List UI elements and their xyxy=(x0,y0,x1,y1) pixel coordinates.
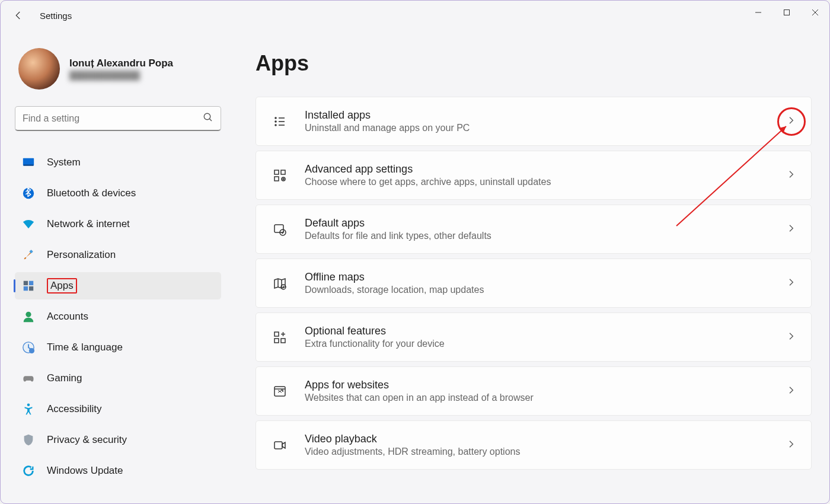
back-arrow-icon xyxy=(13,10,24,21)
svg-rect-7 xyxy=(24,165,34,166)
nav-bluetooth[interactable]: Bluetooth & devices xyxy=(15,180,221,207)
profile-text: Ionuț Alexandru Popa ████████████ xyxy=(69,58,173,80)
maximize-button[interactable] xyxy=(772,1,801,24)
svg-rect-11 xyxy=(29,281,33,285)
profile-name: Ionuț Alexandru Popa xyxy=(69,58,173,69)
card-offline-maps[interactable]: Offline maps Downloads, storage location… xyxy=(256,259,812,308)
nav-label: Apps xyxy=(47,278,77,294)
window-body: Ionuț Alexandru Popa ████████████ System… xyxy=(1,30,829,503)
card-video-playback[interactable]: Video playback Video adjustments, HDR st… xyxy=(256,420,812,470)
nav-privacy[interactable]: Privacy & security xyxy=(15,426,221,454)
card-title: Default apps xyxy=(305,217,770,229)
apps-icon xyxy=(22,279,35,292)
chevron-right-icon xyxy=(786,170,796,181)
titlebar: Settings xyxy=(1,1,829,30)
nav-gaming[interactable]: Gaming xyxy=(15,365,221,392)
svg-rect-26 xyxy=(274,177,279,181)
chevron-right-icon xyxy=(786,385,796,397)
svg-point-18 xyxy=(275,117,276,119)
card-text: Video playback Video adjustments, HDR st… xyxy=(305,433,770,457)
close-button[interactable] xyxy=(801,1,829,24)
profile-section[interactable]: Ionuț Alexandru Popa ████████████ xyxy=(15,48,221,90)
window-check-icon xyxy=(272,221,288,238)
svg-rect-33 xyxy=(274,339,279,343)
svg-rect-1 xyxy=(784,10,790,15)
monitor-icon xyxy=(22,156,35,169)
card-advanced-app-settings[interactable]: Advanced app settings Choose where to ge… xyxy=(256,151,812,200)
nav-personalization[interactable]: Personalization xyxy=(15,241,221,269)
svg-rect-13 xyxy=(29,286,33,291)
grid-plus-icon xyxy=(272,329,288,346)
page-heading: Apps xyxy=(256,51,812,76)
svg-point-14 xyxy=(25,312,31,317)
nav-apps[interactable]: Apps xyxy=(15,272,221,299)
window-link-icon xyxy=(272,383,288,400)
nav-windows-update[interactable]: Windows Update xyxy=(15,457,221,484)
nav-label: System xyxy=(47,157,81,168)
svg-rect-25 xyxy=(281,170,285,174)
card-desc: Websites that can open in an app instead… xyxy=(305,393,770,403)
profile-email: ████████████ xyxy=(69,71,173,80)
window-title: Settings xyxy=(40,11,72,21)
svg-rect-6 xyxy=(23,158,34,166)
brush-icon xyxy=(22,248,35,261)
shield-icon xyxy=(22,433,35,446)
map-icon xyxy=(272,275,288,292)
nav-system[interactable]: System xyxy=(15,149,221,176)
svg-point-20 xyxy=(275,125,276,126)
svg-point-28 xyxy=(283,178,284,180)
card-optional-features[interactable]: Optional features Extra functionality fo… xyxy=(256,312,812,362)
grid-gear-icon xyxy=(272,167,288,184)
svg-rect-34 xyxy=(281,339,285,343)
chevron-right-icon xyxy=(786,331,796,343)
search-input[interactable] xyxy=(23,113,203,124)
card-text: Offline maps Downloads, storage location… xyxy=(305,271,770,295)
card-text: Optional features Extra functionality fo… xyxy=(305,325,770,349)
card-apps-for-websites[interactable]: Apps for websites Websites that can open… xyxy=(256,366,812,416)
nav-accessibility[interactable]: Accessibility xyxy=(15,395,221,423)
svg-rect-10 xyxy=(24,281,28,285)
window-controls xyxy=(744,1,829,24)
svg-point-8 xyxy=(23,188,34,199)
wifi-icon xyxy=(22,218,35,231)
card-default-apps[interactable]: Default apps Defaults for file and link … xyxy=(256,205,812,254)
card-title: Video playback xyxy=(305,433,770,445)
nav-label: Windows Update xyxy=(47,465,123,477)
nav-label: Accounts xyxy=(47,311,88,323)
card-text: Apps for websites Websites that can open… xyxy=(305,379,770,403)
svg-rect-39 xyxy=(274,442,282,449)
nav-label: Time & language xyxy=(47,342,123,353)
bluetooth-icon xyxy=(22,187,35,200)
card-text: Default apps Defaults for file and link … xyxy=(305,217,770,241)
back-button[interactable] xyxy=(7,4,30,27)
nav-time-language[interactable]: Time & language xyxy=(15,334,221,361)
nav-label: Personalization xyxy=(47,249,116,261)
person-icon xyxy=(22,310,35,323)
settings-cards: Installed apps Uninstall and manage apps… xyxy=(256,97,812,470)
card-title: Advanced app settings xyxy=(305,163,770,176)
card-title: Installed apps xyxy=(305,109,770,122)
settings-window: Settings Ionuț Alexandru Popa ██████████… xyxy=(0,0,830,504)
clock-globe-icon xyxy=(22,341,35,354)
card-text: Installed apps Uninstall and manage apps… xyxy=(305,109,770,133)
svg-point-19 xyxy=(275,121,276,122)
chevron-right-icon xyxy=(786,224,796,235)
nav-network[interactable]: Network & internet xyxy=(15,210,221,238)
search-icon xyxy=(203,112,213,125)
minimize-icon xyxy=(755,9,762,16)
close-icon xyxy=(812,9,819,16)
card-desc: Downloads, storage location, map updates xyxy=(305,285,770,295)
svg-rect-32 xyxy=(274,332,279,336)
nav-label: Gaming xyxy=(47,372,82,384)
gamepad-icon xyxy=(22,372,35,385)
main-content: Apps Installed apps Uninstall and manage… xyxy=(232,30,829,503)
minimize-button[interactable] xyxy=(744,1,772,24)
card-title: Apps for websites xyxy=(305,379,770,391)
card-desc: Choose where to get apps, archive apps, … xyxy=(305,177,770,187)
svg-point-4 xyxy=(204,113,210,120)
search-box[interactable] xyxy=(15,106,221,131)
sidebar: Ionuț Alexandru Popa ████████████ System… xyxy=(1,30,232,503)
svg-rect-12 xyxy=(24,286,28,291)
nav-accounts[interactable]: Accounts xyxy=(15,303,221,330)
card-installed-apps[interactable]: Installed apps Uninstall and manage apps… xyxy=(256,97,812,146)
